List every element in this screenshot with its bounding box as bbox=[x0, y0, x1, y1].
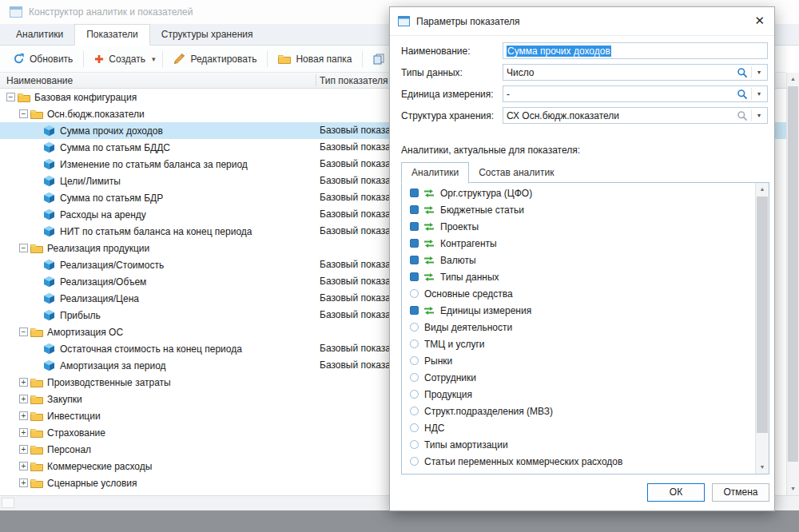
tab-analytics-composition[interactable]: Состав аналитик bbox=[469, 163, 563, 183]
checkbox-unchecked-icon[interactable] bbox=[410, 289, 419, 298]
plus-expander-icon[interactable]: + bbox=[19, 378, 28, 387]
storage-input[interactable]: СХ Осн.бюдж.показатели ▾ bbox=[503, 107, 768, 124]
plus-expander-icon[interactable]: + bbox=[19, 411, 28, 420]
name-input-value: Сумма прочих доходов bbox=[507, 46, 611, 57]
column-header-name[interactable]: Наименование bbox=[6, 75, 73, 86]
tree-node-label: Базовая конфигурация bbox=[34, 92, 137, 103]
chevron-down-icon[interactable]: ▾ bbox=[754, 90, 764, 97]
search-icon[interactable] bbox=[736, 67, 749, 78]
analytics-item[interactable]: НДС bbox=[402, 419, 755, 436]
unit-input[interactable]: - ▾ bbox=[503, 85, 768, 102]
analytics-item[interactable]: Типы данных bbox=[402, 268, 755, 285]
analytics-item-label: Виды деятельности bbox=[424, 322, 512, 333]
analytics-item[interactable]: Проекты bbox=[402, 218, 755, 235]
plus-icon bbox=[94, 54, 104, 64]
search-icon[interactable] bbox=[736, 89, 749, 100]
analytics-item[interactable]: Виды деятельности bbox=[402, 319, 755, 335]
analytics-item[interactable]: Продукция bbox=[402, 386, 755, 403]
folder-icon bbox=[30, 393, 43, 405]
chevron-down-icon[interactable]: ▾ bbox=[754, 69, 764, 76]
scroll-up-icon[interactable]: ▲ bbox=[787, 73, 799, 85]
analytics-item[interactable]: Статьи переменных коммерческих расходов bbox=[402, 453, 755, 470]
analytics-item[interactable]: Контрагенты bbox=[402, 235, 755, 252]
unit-field-row: Единица измерения: - ▾ bbox=[401, 85, 768, 102]
checkbox-unchecked-icon[interactable] bbox=[410, 457, 419, 466]
cancel-button[interactable]: Отмена bbox=[712, 483, 769, 502]
minus-expander-icon[interactable]: − bbox=[19, 244, 28, 252]
dialog-icon bbox=[398, 16, 410, 26]
scrollbar-thumb[interactable] bbox=[757, 197, 768, 433]
checkbox-checked-icon[interactable] bbox=[410, 306, 419, 315]
main-scrollbar[interactable]: ▲ ▼ bbox=[786, 73, 799, 495]
minus-expander-icon[interactable]: − bbox=[19, 328, 28, 336]
chevron-down-icon[interactable]: ▾ bbox=[754, 112, 764, 119]
analytics-item[interactable]: Валюты bbox=[402, 252, 755, 268]
analytics-item[interactable]: Типы амортизации bbox=[402, 436, 755, 453]
dialog-scrollbar[interactable]: ▲ ▼ bbox=[755, 183, 769, 474]
plus-expander-icon[interactable]: + bbox=[19, 395, 28, 403]
tab-storage-structures[interactable]: Структуры хранения bbox=[150, 25, 264, 45]
analytics-item[interactable]: Бюджетные статьи bbox=[402, 201, 755, 218]
minus-expander-icon[interactable]: − bbox=[19, 109, 28, 118]
scroll-up-icon[interactable]: ▲ bbox=[756, 183, 769, 196]
minus-expander-icon[interactable]: − bbox=[6, 93, 15, 101]
analytics-item-label: Продукция bbox=[424, 389, 472, 400]
new-folder-button[interactable]: Новая папка bbox=[272, 50, 358, 69]
column-divider[interactable] bbox=[316, 74, 316, 86]
analytics-item[interactable]: Тип остатков bbox=[402, 470, 755, 474]
checkbox-checked-icon[interactable] bbox=[410, 256, 419, 264]
plus-expander-icon[interactable]: + bbox=[19, 462, 28, 470]
checkbox-checked-icon[interactable] bbox=[410, 205, 419, 214]
checkbox-checked-icon[interactable] bbox=[410, 239, 419, 248]
scroll-down-icon[interactable]: ▼ bbox=[756, 461, 769, 474]
analytics-item[interactable]: ТМЦ и услуги bbox=[402, 335, 755, 352]
create-button[interactable]: Создать bbox=[88, 50, 152, 69]
scroll-down-icon[interactable]: ▼ bbox=[787, 482, 799, 495]
checkbox-checked-icon[interactable] bbox=[410, 189, 419, 197]
analytics-dimension-icon bbox=[423, 205, 435, 215]
tab-analytics-list[interactable]: Аналитики bbox=[401, 162, 469, 184]
create-dropdown-button[interactable]: ▾ bbox=[149, 51, 159, 67]
analytics-item[interactable]: Орг.структура (ЦФО) bbox=[402, 185, 755, 201]
refresh-button[interactable]: Обновить bbox=[6, 49, 79, 69]
tree-node-label: Прибыль bbox=[60, 310, 101, 321]
refresh-icon bbox=[13, 53, 25, 65]
dialog-titlebar: Параметры показателя ✕ bbox=[390, 7, 774, 36]
checkbox-unchecked-icon[interactable] bbox=[410, 339, 419, 348]
analytics-item-label: Структ.подразделения (МВЗ) bbox=[424, 406, 553, 417]
data-types-input[interactable]: Число ▾ bbox=[503, 64, 768, 81]
status-grip bbox=[2, 498, 14, 508]
unit-field-label: Единица измерения: bbox=[401, 89, 494, 100]
checkbox-unchecked-icon[interactable] bbox=[410, 407, 419, 415]
edit-button[interactable]: Редактировать bbox=[167, 49, 263, 69]
analytics-item[interactable]: Сотрудники bbox=[402, 369, 755, 386]
search-icon[interactable] bbox=[736, 110, 749, 121]
analytics-item[interactable]: Структ.подразделения (МВЗ) bbox=[402, 403, 755, 419]
indicator-cube-icon bbox=[43, 309, 56, 321]
tree-node-label: Сумма по статьям БДР bbox=[60, 193, 163, 204]
plus-expander-icon[interactable]: + bbox=[19, 428, 28, 437]
plus-expander-icon[interactable]: + bbox=[19, 445, 28, 454]
checkbox-checked-icon[interactable] bbox=[410, 272, 419, 281]
plus-expander-icon[interactable]: + bbox=[19, 478, 28, 487]
analytics-dimension-icon bbox=[423, 222, 435, 232]
scrollbar-thumb[interactable] bbox=[788, 86, 798, 462]
ok-button[interactable]: ОК bbox=[647, 483, 705, 502]
checkbox-unchecked-icon[interactable] bbox=[410, 440, 419, 449]
checkbox-unchecked-icon[interactable] bbox=[410, 356, 419, 365]
tab-analytics[interactable]: Аналитики bbox=[5, 25, 74, 45]
checkbox-unchecked-icon[interactable] bbox=[410, 390, 419, 399]
analytics-item[interactable]: Рынки bbox=[402, 352, 755, 369]
column-header-type[interactable]: Тип показателя bbox=[320, 75, 388, 86]
close-icon[interactable]: ✕ bbox=[754, 14, 765, 27]
checkbox-unchecked-icon[interactable] bbox=[410, 323, 419, 332]
folder-icon bbox=[30, 477, 43, 489]
analytics-item[interactable]: Единицы измерения bbox=[402, 302, 755, 319]
tab-indicators[interactable]: Показатели bbox=[74, 24, 150, 46]
name-input[interactable]: Сумма прочих доходов bbox=[503, 42, 768, 59]
analytics-item[interactable]: Основные средства bbox=[402, 285, 755, 302]
data-types-input-value: Число bbox=[507, 67, 736, 78]
checkbox-unchecked-icon[interactable] bbox=[410, 423, 419, 432]
checkbox-checked-icon[interactable] bbox=[410, 222, 419, 231]
checkbox-unchecked-icon[interactable] bbox=[410, 373, 419, 382]
